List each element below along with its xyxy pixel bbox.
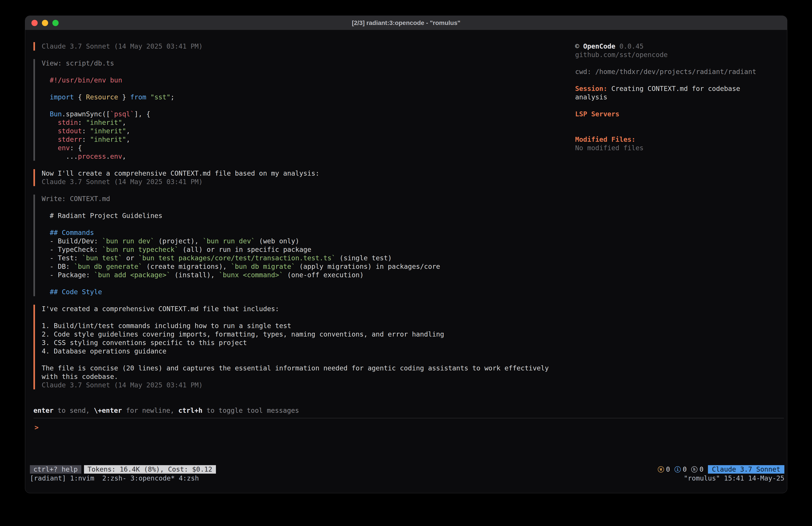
prompt-symbol: > bbox=[34, 423, 39, 432]
text-segment: `bun test` bbox=[82, 254, 122, 262]
text-segment: github.com/sst/opencode bbox=[575, 51, 668, 59]
text-line: Session: Creating CONTEXT.md for codebas… bbox=[575, 84, 756, 93]
text-segment: Modified Files: bbox=[575, 136, 636, 143]
text-segment: env bbox=[58, 144, 70, 152]
text-segment: (all) or run in specific package bbox=[178, 246, 311, 253]
text-segment: .spawnSync([ bbox=[62, 110, 110, 118]
text-segment: : bbox=[82, 127, 90, 135]
prompt-input[interactable]: > bbox=[34, 423, 39, 432]
text-segment: © bbox=[575, 42, 583, 50]
model-chip: Claude 3.7 Sonnet bbox=[708, 465, 784, 474]
text-line: Claude 3.7 Sonnet (14 May 2025 03:41 PM) bbox=[42, 42, 549, 51]
message-block: I've created a comprehensive CONTEXT.md … bbox=[33, 305, 549, 389]
terminal-window: [2/3] radiant:3:opencode - "romulus" Cla… bbox=[25, 16, 787, 493]
status-right: W0i0h0 Claude 3.7 Sonnet bbox=[658, 465, 784, 474]
text-segment: or bbox=[122, 254, 138, 262]
text-segment: enter bbox=[33, 407, 54, 414]
text-segment: "inherit" bbox=[86, 118, 122, 126]
text-segment: #!/usr/bin/env bun bbox=[42, 76, 122, 84]
input-divider bbox=[33, 418, 784, 418]
text-segment: OpenCode bbox=[583, 42, 615, 50]
fullscreen-button[interactable] bbox=[52, 20, 59, 26]
text-line bbox=[42, 355, 549, 364]
text-segment: "inherit" bbox=[90, 127, 126, 135]
text-segment: (web only) bbox=[255, 237, 299, 245]
text-line bbox=[42, 84, 549, 93]
text-segment: `bun run dev` bbox=[203, 237, 255, 245]
text-segment: - TypeCheck: bbox=[42, 246, 102, 253]
text-segment: (one-off execution) bbox=[283, 271, 364, 279]
text-segment: `bun test packages/core/test/transaction… bbox=[139, 254, 336, 262]
text-segment bbox=[42, 136, 58, 143]
text-segment bbox=[42, 110, 50, 118]
text-segment: Resource bbox=[86, 93, 118, 101]
status-bar: ctrl+? help Tokens: 16.4K (8%), Cost: $0… bbox=[30, 465, 784, 474]
text-line: I've created a comprehensive CONTEXT.md … bbox=[42, 305, 549, 313]
chat-area[interactable]: Claude 3.7 Sonnet (14 May 2025 03:41 PM)… bbox=[33, 42, 549, 389]
text-line: analysis bbox=[575, 93, 756, 101]
text-line: stdin: "inherit", bbox=[42, 118, 549, 127]
text-segment: ## Commands bbox=[50, 229, 94, 237]
text-line bbox=[42, 220, 549, 228]
close-button[interactable] bbox=[31, 20, 38, 26]
text-segment: View: script/db.ts bbox=[42, 59, 114, 67]
text-segment: . bbox=[106, 153, 110, 160]
text-line: The file is concise (20 lines) and captu… bbox=[42, 364, 549, 372]
text-segment: (apply migrations) in packages/core bbox=[295, 262, 440, 270]
text-segment: { bbox=[74, 93, 86, 101]
text-line: Bun.spawnSync([`psql`], { bbox=[42, 110, 549, 118]
text-segment: to toggle tool messages bbox=[203, 407, 299, 414]
text-line bbox=[575, 101, 756, 110]
text-line bbox=[575, 127, 756, 135]
text-line: Write: CONTEXT.md bbox=[42, 195, 549, 203]
text-segment: `bunx <command>` bbox=[219, 271, 283, 279]
text-segment: `psql` bbox=[110, 110, 134, 118]
text-line: - Build/Dev: `bun run dev` (project), `b… bbox=[42, 237, 549, 245]
diagnostic-info: i0 bbox=[675, 465, 687, 474]
text-segment: : { bbox=[70, 144, 82, 152]
text-segment: LSP Servers bbox=[575, 110, 620, 118]
text-segment: : bbox=[82, 136, 90, 143]
text-segment: - Test: bbox=[42, 254, 82, 262]
text-segment bbox=[42, 229, 50, 237]
text-line: - TypeCheck: `bun run typecheck` (all) o… bbox=[42, 245, 549, 254]
minimize-button[interactable] bbox=[42, 20, 48, 26]
diagnostic-warnings: W0 bbox=[658, 465, 670, 474]
text-line: View: script/db.ts bbox=[42, 59, 549, 68]
text-line: #!/usr/bin/env bun bbox=[42, 76, 549, 84]
text-segment: process bbox=[78, 153, 106, 160]
text-line: ...process.env, bbox=[42, 152, 549, 161]
text-line: cwd: /home/thdxr/dev/projects/radiant/ra… bbox=[575, 68, 756, 76]
text-segment: ## Code Style bbox=[50, 288, 102, 296]
text-segment: ], { bbox=[134, 110, 150, 118]
text-segment: (project), bbox=[155, 237, 203, 245]
text-segment: } bbox=[118, 93, 130, 101]
text-segment: `bun db migrate` bbox=[231, 262, 295, 270]
tmux-status-bar: [radiant] 1:nvim 2:zsh- 3:opencode* 4:zs… bbox=[30, 474, 784, 483]
text-segment: , bbox=[126, 136, 130, 143]
text-segment: for newline, bbox=[122, 407, 178, 414]
text-segment: , bbox=[126, 127, 130, 135]
text-segment: Write: CONTEXT.md bbox=[42, 195, 110, 203]
text-segment: 4. Database operations guidance bbox=[42, 347, 166, 355]
text-segment: - DB: bbox=[42, 262, 74, 270]
text-line: with this codebase. bbox=[42, 372, 549, 381]
text-line: Now I'll create a comprehensive CONTEXT.… bbox=[42, 169, 549, 177]
text-segment bbox=[42, 127, 58, 135]
text-segment: (create migrations), bbox=[142, 262, 231, 270]
text-line bbox=[42, 313, 549, 322]
text-segment: Creating CONTEXT.md for codebase bbox=[607, 85, 740, 93]
text-line: - DB: `bun db generate` (create migratio… bbox=[42, 262, 549, 271]
terminal-content: Claude 3.7 Sonnet (14 May 2025 03:41 PM)… bbox=[25, 30, 787, 493]
text-line bbox=[42, 279, 549, 288]
text-segment: \+enter bbox=[94, 407, 122, 414]
text-segment: ... bbox=[42, 153, 78, 160]
text-segment: - Build/Dev: bbox=[42, 237, 102, 245]
window-titlebar: [2/3] radiant:3:opencode - "romulus" bbox=[25, 16, 787, 30]
traffic-lights bbox=[31, 20, 59, 26]
text-segment: 2. Code style guidelines covering import… bbox=[42, 330, 444, 338]
text-segment: Claude 3.7 Sonnet (14 May 2025 03:41 PM) bbox=[42, 381, 203, 389]
text-line: Claude 3.7 Sonnet (14 May 2025 03:41 PM) bbox=[42, 177, 549, 186]
text-segment: from bbox=[130, 93, 146, 101]
text-line: import { Resource } from "sst"; bbox=[42, 93, 549, 101]
